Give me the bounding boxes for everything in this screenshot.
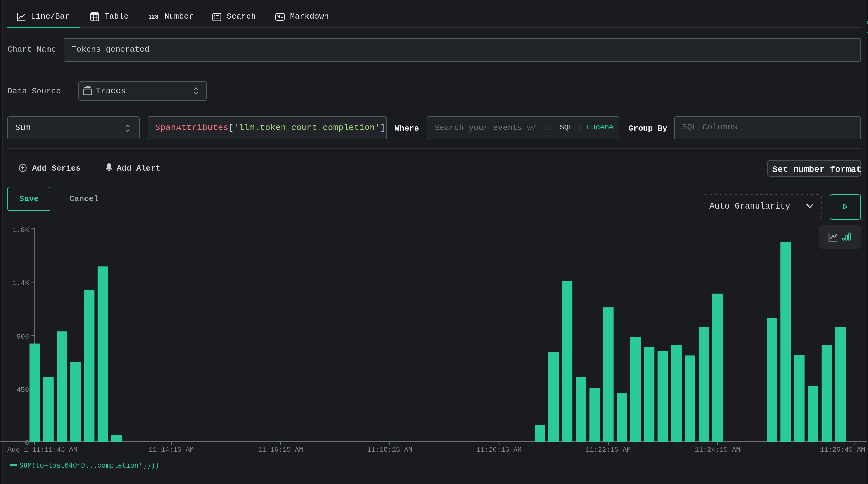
svg-text:11:16:15 AM: 11:16:15 AM xyxy=(258,446,303,454)
svg-text:11:24:15 AM: 11:24:15 AM xyxy=(695,446,740,454)
svg-text:Aug 1 11:11:45 AM: Aug 1 11:11:45 AM xyxy=(7,446,77,454)
svg-text:900: 900 xyxy=(17,333,29,341)
svg-text:11:18:15 AM: 11:18:15 AM xyxy=(367,446,412,454)
svg-text:450: 450 xyxy=(17,386,29,394)
svg-text:1.8K: 1.8K xyxy=(12,226,29,234)
svg-text:11:20:15 AM: 11:20:15 AM xyxy=(476,446,522,454)
svg-text:11:26:45 AM: 11:26:45 AM xyxy=(820,446,865,454)
svg-text:11:14:15 AM: 11:14:15 AM xyxy=(149,446,194,454)
svg-text:11:22:15 AM: 11:22:15 AM xyxy=(586,446,631,454)
svg-text:1.4K: 1.4K xyxy=(12,280,29,287)
